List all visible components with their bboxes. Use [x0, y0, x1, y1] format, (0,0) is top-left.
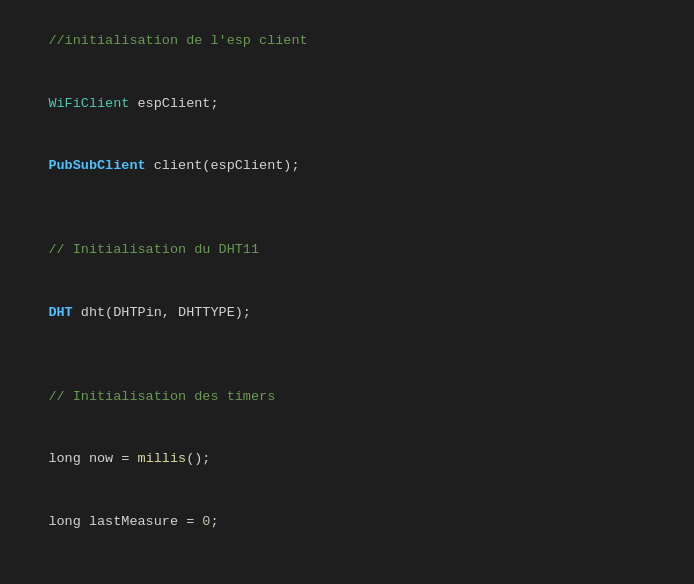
line-11: [16, 554, 678, 575]
line-6: DHT dht(DHTPin, DHTTYPE);: [16, 282, 678, 345]
line-3: PubSubClient client(espClient);: [16, 136, 678, 199]
line-5: // Initialisation du DHT11: [16, 219, 678, 282]
class-dht: DHT: [48, 305, 72, 320]
line-12: // Connexion au routeur (rien à changer): [16, 575, 678, 584]
plain-1: espClient;: [129, 96, 218, 111]
class-pubsubclient: PubSubClient: [48, 158, 145, 173]
line-4: [16, 198, 678, 219]
plain-7: ;: [210, 514, 218, 529]
code-editor: //initialisation de l'esp client WiFiCli…: [0, 0, 694, 584]
plain-3: dht(DHTPin, DHTTYPE);: [73, 305, 251, 320]
comment-3: // Initialisation des timers: [48, 389, 275, 404]
comment-2: // Initialisation du DHT11: [48, 242, 259, 257]
plain-4: long now =: [48, 451, 137, 466]
plain-2: client(espClient);: [146, 158, 300, 173]
line-7: [16, 345, 678, 366]
type-wificlient: WiFiClient: [48, 96, 129, 111]
line-2: WiFiClient espClient;: [16, 73, 678, 136]
comment-1: //initialisation de l'esp client: [48, 33, 307, 48]
plain-6: long lastMeasure =: [48, 514, 202, 529]
line-1: //initialisation de l'esp client: [16, 10, 678, 73]
line-8: // Initialisation des timers: [16, 366, 678, 429]
line-9: long now = millis();: [16, 428, 678, 491]
line-10: long lastMeasure = 0;: [16, 491, 678, 554]
plain-5: ();: [186, 451, 210, 466]
func-millis: millis: [138, 451, 187, 466]
